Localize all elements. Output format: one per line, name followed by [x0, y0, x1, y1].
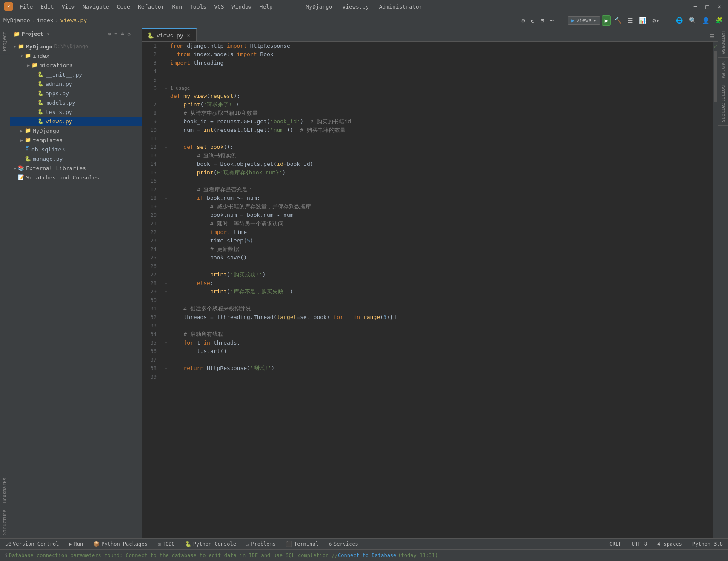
scroll-from-source-icon[interactable]: ≡	[113, 30, 119, 38]
menu-window[interactable]: Window	[228, 3, 255, 11]
notification-link[interactable]: Connect to Database	[338, 552, 396, 558]
scrollbar-thumb[interactable]	[714, 51, 717, 102]
code-line-7: print('请求来了!')	[168, 100, 713, 109]
search-icon[interactable]: 🔍	[687, 16, 698, 25]
profile-icon[interactable]: 📊	[637, 16, 648, 25]
fold-indicator-6[interactable]: ▾	[163, 84, 168, 93]
plugin-icon[interactable]: 🧩	[713, 16, 725, 25]
translate-icon[interactable]: 🌐	[674, 16, 685, 25]
menu-tools[interactable]: Tools	[186, 3, 210, 11]
tree-item-tests[interactable]: 🐍 tests.py	[10, 107, 142, 117]
encoding-status[interactable]: UTF-8	[630, 540, 649, 548]
fold-indicator-28[interactable]: ▾	[163, 279, 168, 288]
py-icon-init: 🐍	[37, 71, 44, 77]
tree-item-templates[interactable]: ▶ 📁 templates	[10, 135, 142, 145]
tree-item-views[interactable]: 🐍 views.py	[10, 117, 142, 126]
line-number-24: 24	[142, 245, 160, 253]
menu-navigate[interactable]: Navigate	[79, 3, 113, 11]
settings-panel-icon[interactable]: ⚙	[126, 30, 132, 38]
run-button[interactable]: ▶	[602, 15, 611, 26]
tab-close-button[interactable]: ✕	[186, 32, 191, 39]
code-line-2: from index.models import Book	[168, 50, 713, 59]
synchronize-icon[interactable]: ↻	[529, 16, 537, 25]
line-number-9: 9	[142, 117, 160, 126]
todo-status[interactable]: ☑ TODO	[156, 540, 177, 548]
avatar-icon[interactable]: 👤	[700, 16, 711, 25]
coverage-icon[interactable]: ☰	[625, 16, 635, 25]
fold-indicator-12[interactable]: ▾	[163, 143, 168, 151]
fold-indicator-18[interactable]: ▾	[163, 194, 168, 202]
breadcrumb-file[interactable]: views.py	[60, 17, 87, 23]
run-profile-selector[interactable]: ▶ views ▾	[568, 16, 600, 25]
info-icon: ℹ	[5, 552, 7, 558]
menu-help[interactable]: Help	[256, 3, 276, 11]
tree-item-models[interactable]: 🐍 models.py	[10, 98, 142, 107]
line-ending-status[interactable]: CRLF	[608, 540, 623, 548]
tree-root[interactable]: ▾ 📁 MyDjango D:\MyDjango	[10, 42, 142, 51]
editor-tab-views[interactable]: 🐍 views.py ✕	[142, 28, 197, 41]
menu-run[interactable]: Run	[169, 3, 186, 11]
indentation-status[interactable]: 4 spaces	[656, 540, 684, 548]
bookmarks-tab[interactable]: Bookmarks	[0, 474, 10, 507]
locate-icon[interactable]: ⊕	[107, 30, 112, 38]
tree-label-mydjango: MyDjango	[33, 128, 60, 134]
database-panel-tab[interactable]: Database	[718, 28, 728, 58]
run-status[interactable]: ▶ Run	[67, 540, 85, 548]
collapse-all-icon[interactable]: ≐	[120, 30, 125, 38]
window-controls: ─ □ ✕	[691, 2, 724, 11]
code-line-29: print('库存不足，购买失败!')	[168, 288, 713, 296]
python-version-status[interactable]: Python 3.8	[691, 540, 725, 548]
close-button[interactable]: ✕	[715, 2, 724, 11]
breadcrumb-project[interactable]: MyDjango	[3, 17, 30, 23]
terminal-status[interactable]: ⬛ Terminal	[284, 540, 320, 548]
run-status-icon: ▶	[69, 541, 72, 547]
project-tab[interactable]: Project	[0, 28, 10, 54]
tab-menu-button[interactable]: ☰	[706, 31, 718, 41]
code-line-34: # 启动所有线程	[168, 330, 713, 339]
fold-indicator-29[interactable]: ▾	[163, 288, 168, 296]
collapse-icon[interactable]: ⊟	[538, 16, 546, 25]
structure-tab[interactable]: Structure	[0, 506, 10, 538]
breadcrumb-index[interactable]: index	[37, 17, 53, 23]
tree-item-index[interactable]: ▾ 📁 index	[10, 51, 142, 60]
menu-view[interactable]: View	[58, 3, 78, 11]
tree-item-scratches[interactable]: 📝 Scratches and Consoles	[10, 173, 142, 182]
fold-indicator-38[interactable]: ▾	[163, 364, 168, 373]
tree-item-sqlite[interactable]: 🗄 db.sqlite3	[10, 145, 142, 154]
tree-item-apps[interactable]: 🐍 apps.py	[10, 88, 142, 98]
minimize-button[interactable]: ─	[691, 2, 699, 11]
menu-file[interactable]: File	[16, 3, 36, 11]
version-control-status[interactable]: ⎇ Version Control	[3, 540, 60, 548]
close-panel-icon[interactable]: ─	[133, 30, 138, 38]
tree-item-external[interactable]: ▶ 📚 External Libraries	[10, 163, 142, 173]
problems-status[interactable]: ⚠ Problems	[245, 540, 277, 548]
tree-item-init[interactable]: 🐍 __init__.py	[10, 70, 142, 79]
editor-scrollbar[interactable]: ✓	[713, 42, 718, 538]
line-numbers: 1234567891011121314151617181920212223242…	[142, 42, 163, 538]
title-bar-left: P File Edit View Navigate Code Refactor …	[4, 2, 276, 11]
tree-item-admin[interactable]: 🐍 admin.py	[10, 79, 142, 88]
tree-item-manage[interactable]: 🐍 manage.py	[10, 154, 142, 163]
menu-edit[interactable]: Edit	[37, 3, 57, 11]
usage-hint: 1 usage	[168, 84, 713, 92]
fold-indicator-1[interactable]: ▾	[163, 42, 168, 50]
fold-indicator-31	[163, 305, 168, 313]
tree-item-mydjango[interactable]: ▶ 📁 MyDjango	[10, 126, 142, 135]
sqview-panel-tab[interactable]: SQView	[718, 58, 728, 82]
settings-icon[interactable]: ⚙	[519, 16, 527, 25]
dropdown-arrow[interactable]: ▾	[47, 31, 50, 37]
more-icon[interactable]: ⋯	[548, 16, 556, 25]
tree-item-migrations[interactable]: ▶ 📁 migrations	[10, 60, 142, 70]
build-icon[interactable]: 🔨	[612, 16, 624, 25]
services-status[interactable]: ⚙ Services	[327, 540, 360, 548]
menu-vcs[interactable]: VCS	[211, 3, 227, 11]
maximize-button[interactable]: □	[703, 2, 711, 11]
menu-code[interactable]: Code	[114, 3, 134, 11]
fold-indicator-35[interactable]: ▾	[163, 339, 168, 347]
python-console-status[interactable]: 🐍 Python Console	[183, 540, 238, 548]
code-content[interactable]: from django.http import HttpResponse fro…	[168, 42, 713, 538]
notifications-panel-tab[interactable]: Notifications	[718, 82, 728, 126]
more-actions-icon[interactable]: ⚙▾	[650, 16, 662, 25]
menu-refactor[interactable]: Refactor	[134, 3, 168, 11]
python-packages-status[interactable]: 📦 Python Packages	[91, 540, 149, 548]
